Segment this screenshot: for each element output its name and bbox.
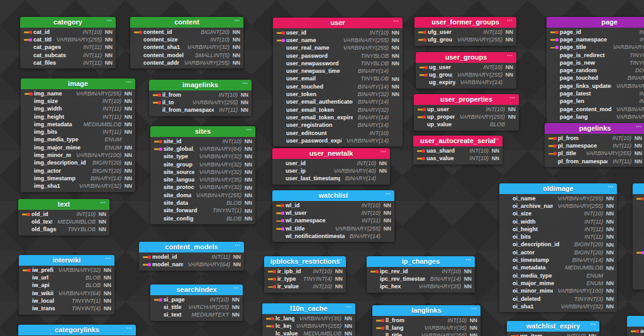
table-header[interactable]: ipblocks_restrictions⋯ <box>264 256 346 267</box>
field-row[interactable]: iw_wikiidVARBINARY(64)NN <box>19 290 114 297</box>
field-row[interactable]: ll_fromINT(10)NN <box>372 317 480 324</box>
field-row[interactable] <box>633 225 644 233</box>
field-row[interactable]: site_protocolVARBINARY(32)NN <box>150 184 255 192</box>
field-row[interactable]: up_valueBLOB <box>414 121 519 129</box>
table-user_former_groups[interactable]: user_former_groups⋯ufg_userINT(10)NNufg_… <box>414 17 516 46</box>
table-header[interactable]: page⋯ <box>547 17 644 28</box>
field-row[interactable]: oi_media_typeENUM <box>499 272 617 279</box>
table-menu-button[interactable]: ⋯ <box>507 53 513 58</box>
field-row[interactable]: ipc_rev_timestampBINARY(14)NN <box>367 275 475 283</box>
table-header[interactable]: imagelinks⋯ <box>149 80 252 90</box>
table-header[interactable]: user_properties⋯ <box>414 94 519 105</box>
table-l10n_cache[interactable]: l10n_cache⋯lc_langVARBINARY(35)NNlc_keyV… <box>262 303 355 336</box>
field-row[interactable]: page_is_redirectTINYINT(1)NN <box>547 51 644 59</box>
field-row[interactable]: pl_namespaceINT(11)NN <box>545 142 644 149</box>
table-pagelinks[interactable]: pagelinks⋯pl_fromINT(10)NNpl_namespaceIN… <box>545 123 644 167</box>
table-menu-button[interactable]: ⋯ <box>471 306 477 312</box>
field-row[interactable]: cat_filesINT(11)NN <box>20 59 116 67</box>
field-row[interactable]: site_idINT(10)NN <box>150 138 255 145</box>
field-row[interactable]: iw_prefixVARBINARY(32)NN <box>19 266 114 274</box>
field-row[interactable]: ug_groupVARBINARY(255)NN <box>416 71 516 79</box>
table-user_autocreate_serial[interactable]: user_autocreate_serial⋯uas_shardINT(10)N… <box>413 136 502 165</box>
field-row[interactable]: user_email_tokenBINARY(32) <box>273 106 402 114</box>
field-row[interactable]: user_newpasswordTINYBLOBNN <box>273 60 402 67</box>
field-row[interactable]: site_dataBLOBNN <box>150 199 255 207</box>
table-menu-button[interactable]: ⋯ <box>393 18 399 24</box>
table-partial_bottom_right[interactable]: ⋯ac <box>627 316 644 336</box>
table-header[interactable]: watchlist⋯ <box>272 190 394 201</box>
table-menu-button[interactable]: ⋯ <box>106 18 113 23</box>
field-row[interactable]: site_sourceVARBINARY(32)NN <box>150 168 255 176</box>
field-row[interactable]: img_minor_mimeVARBINARY(100)NN <box>21 151 135 159</box>
field-row[interactable]: user_passwordTINYBLOBNN <box>273 52 402 60</box>
field-row[interactable]: site_configBLOBNN <box>150 215 255 222</box>
table-page[interactable]: page⋯page_idINT(10)NNpage_namespaceINT(1… <box>547 17 644 123</box>
field-row[interactable]: img_description_idBIGINT(20)NN <box>21 160 135 167</box>
field-row[interactable]: up_propertyVARBINARY(255)NN <box>414 113 519 121</box>
field-row[interactable]: wl_idINT(10)NN <box>272 202 394 209</box>
field-row[interactable]: user_nameVARBINARY(255)NN <box>273 36 402 44</box>
table-menu-button[interactable]: ⋯ <box>590 322 596 327</box>
table-ipblocks_restrictions[interactable]: ipblocks_restrictions⋯ir_ipb_idINT(10)NN… <box>264 256 346 293</box>
table-menu-button[interactable]: ⋯ <box>380 149 387 154</box>
field-row[interactable]: page_links_updatedVARBINARY(14) <box>547 82 644 90</box>
field-row[interactable]: user_idINT(10)NN <box>273 29 402 36</box>
table-menu-button[interactable]: ⋯ <box>246 127 252 133</box>
table-content_models[interactable]: content_models⋯model_idINT(11)NNmodel_na… <box>139 242 244 271</box>
field-row[interactable]: lc_langVARBINARY(35)NN <box>262 315 355 322</box>
table-user_properties[interactable]: user_properties⋯up_userINT(10)NNup_prope… <box>414 94 519 131</box>
table-menu-button[interactable]: ⋯ <box>126 79 132 85</box>
table-searchindex[interactable]: searchindex⋯si_pageINT(10)NNsi_titleVARC… <box>150 285 243 321</box>
field-row[interactable]: page_touchedBINARY(14)NN <box>547 75 644 82</box>
field-row[interactable]: page_latestINT(10)NN <box>547 90 644 97</box>
table-header[interactable]: oldimage⋯ <box>499 183 617 194</box>
field-row[interactable]: content_modelSMALLINT(5)NN <box>130 51 243 59</box>
field-row[interactable]: ufg_userINT(10)NN <box>414 28 516 36</box>
table-menu-button[interactable]: ⋯ <box>235 242 241 248</box>
field-row[interactable]: model_nameVARBINARY(64)NN <box>139 261 244 268</box>
field-row[interactable]: pl_titleVARBINARY(255)NN <box>545 150 644 158</box>
field-row[interactable]: ipc_hexVARBINARY(35)NN <box>367 283 475 291</box>
field-row[interactable]: cat_idINT(10)NN <box>20 28 116 36</box>
field-row[interactable]: wl_namespaceINT(11)NN <box>272 217 394 225</box>
field-row[interactable]: oi_sha1VARBINARY(32)NN <box>499 303 617 310</box>
table-sites[interactable]: sites⋯site_idINT(10)NNsite_global_keyVAR… <box>150 126 255 224</box>
field-row[interactable]: il_from_namespaceINT(11)NN <box>149 107 252 114</box>
field-row[interactable]: cat_pagesINT(11)NN <box>20 44 116 51</box>
field-row[interactable]: site_domainVARBINARY(255)NN <box>150 192 255 199</box>
field-row[interactable]: we_itemINT(10)NN <box>507 332 599 336</box>
field-row[interactable]: si_pageINT(10)NN <box>150 296 243 303</box>
field-row[interactable]: ug_userINT(10)NN <box>416 63 516 71</box>
table-header[interactable]: ⋯ <box>633 183 644 194</box>
table-menu-button[interactable]: ⋯ <box>234 18 240 23</box>
field-row[interactable]: page_lenINT(10)NN <box>547 98 644 106</box>
table-watchlist[interactable]: watchlist⋯wl_idINT(10)NNwl_userINT(10)NN… <box>272 190 394 242</box>
field-row[interactable]: user_ipVARBINARY(40)NN <box>272 167 390 175</box>
table-category[interactable]: category⋯cat_idINT(10)NNcat_titleVARBINA… <box>20 17 116 68</box>
table-watchlist_expiry[interactable]: watchlist_expiry⋯we_itemINT(10)NN <box>507 321 599 336</box>
table-menu-button[interactable]: ⋯ <box>385 191 391 197</box>
field-row[interactable] <box>633 233 644 241</box>
field-row[interactable]: pl_from_namespaceINT(11)NN <box>545 158 644 165</box>
table-header[interactable]: l10n_cache⋯ <box>262 303 355 314</box>
field-row[interactable] <box>633 256 644 264</box>
field-row[interactable]: model_idINT(11)NN <box>139 253 244 261</box>
table-imagelinks[interactable]: imagelinks⋯il_fromINT(10)NNil_toVARBINAR… <box>149 80 252 116</box>
field-row[interactable]: img_actorBIGINT(20)NN <box>21 167 135 175</box>
field-row[interactable]: page_idINT(10)NN <box>547 28 644 36</box>
field-row[interactable]: oi_widthINT(11)NN <box>499 218 617 225</box>
table-menu-button[interactable]: ⋯ <box>636 124 642 129</box>
table-menu-button[interactable]: ⋯ <box>608 184 614 190</box>
table-menu-button[interactable]: ⋯ <box>105 256 111 261</box>
field-row[interactable]: ir_typeTINYINT(4)NN <box>264 275 346 283</box>
diagram-canvas[interactable]: category⋯cat_idINT(10)NNcat_titleVARBINA… <box>0 0 644 336</box>
table-header[interactable]: categorylinks⋯ <box>18 325 136 335</box>
field-row[interactable]: oi_minor_mimeVARBINARY(100)NN <box>499 288 617 295</box>
table-header[interactable]: user_autocreate_serial⋯ <box>413 136 502 146</box>
field-row[interactable]: oi_timestampBINARY(14)NN <box>499 256 617 264</box>
table-image[interactable]: image⋯img_nameVARBINARY(255)NNimg_sizeIN… <box>21 79 135 192</box>
field-row[interactable]: user_last_timestampBINARY(14) <box>272 175 390 183</box>
field-row[interactable]: ipc_rev_idINT(10)NN <box>367 268 475 275</box>
table-ip_changes[interactable]: ip_changes⋯ipc_rev_idINT(10)NNipc_rev_ti… <box>367 256 475 293</box>
field-row[interactable]: oi_nameVARBINARY(255)NN <box>499 195 617 202</box>
